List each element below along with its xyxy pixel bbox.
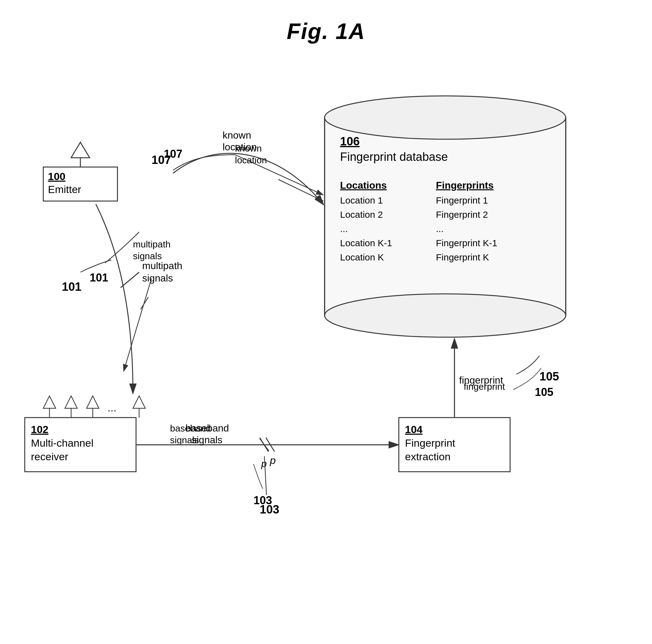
- svg-text:multipath: multipath: [133, 239, 171, 249]
- svg-text:extraction: extraction: [405, 451, 451, 462]
- svg-text:100: 100: [48, 171, 65, 182]
- diagram-svg: 106 Fingerprint database Locations Finge…: [0, 62, 652, 634]
- svg-text:Multi-channel: Multi-channel: [31, 437, 93, 449]
- svg-text:Locations: Locations: [340, 180, 387, 191]
- svg-line-35: [141, 297, 148, 309]
- svg-line-30: [278, 179, 323, 201]
- svg-point-2: [325, 294, 566, 337]
- svg-marker-43: [133, 396, 145, 408]
- svg-text:Location K-1: Location K-1: [340, 238, 392, 248]
- svg-text:fingerprint: fingerprint: [464, 381, 505, 392]
- svg-text:105: 105: [535, 386, 553, 398]
- svg-text:signals: signals: [133, 251, 162, 261]
- svg-text:Fingerprint: Fingerprint: [405, 437, 455, 449]
- svg-text:106: 106: [340, 135, 359, 148]
- svg-marker-19: [71, 142, 90, 158]
- svg-text:...: ...: [108, 402, 116, 414]
- svg-text:known: known: [235, 143, 262, 153]
- svg-text:104: 104: [405, 423, 423, 435]
- svg-text:signals: signals: [170, 435, 199, 445]
- page-title: Fig. 1A: [0, 0, 652, 44]
- svg-text:receiver: receiver: [31, 451, 68, 462]
- svg-text:107: 107: [164, 148, 182, 160]
- svg-text:baseband: baseband: [170, 423, 211, 433]
- svg-text:Location 2: Location 2: [340, 209, 383, 220]
- svg-text:102: 102: [31, 423, 49, 435]
- svg-text:Location 1: Location 1: [340, 195, 383, 205]
- svg-text:p: p: [261, 458, 267, 469]
- svg-text:...: ...: [436, 224, 444, 234]
- svg-text:Fingerprint 2: Fingerprint 2: [436, 209, 488, 220]
- svg-text:Fingerprints: Fingerprints: [436, 180, 494, 191]
- svg-text:location: location: [235, 155, 267, 165]
- svg-text:...: ...: [340, 224, 348, 234]
- svg-marker-38: [65, 396, 77, 408]
- svg-text:Fingerprint K-1: Fingerprint K-1: [436, 238, 497, 248]
- svg-text:Fingerprint K: Fingerprint K: [436, 252, 489, 262]
- svg-text:101: 101: [90, 271, 108, 284]
- svg-marker-36: [43, 396, 56, 408]
- svg-text:Emitter: Emitter: [48, 183, 81, 195]
- svg-text:103: 103: [253, 494, 272, 507]
- svg-text:Location K: Location K: [340, 252, 384, 262]
- svg-text:Fingerprint 1: Fingerprint 1: [436, 195, 488, 205]
- svg-point-1: [325, 96, 566, 139]
- svg-text:Fingerprint database: Fingerprint database: [340, 150, 448, 163]
- svg-line-34: [124, 278, 152, 371]
- svg-marker-40: [87, 396, 99, 408]
